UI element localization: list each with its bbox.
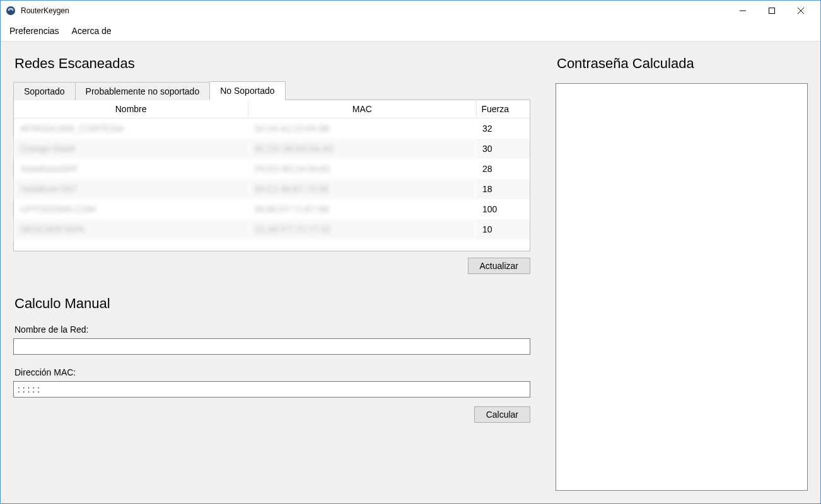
cell-name: NEOCAFETAPA xyxy=(14,219,248,239)
menu-acerca-de[interactable]: Acerca de xyxy=(68,23,115,38)
result-heading: Contraseña Calculada xyxy=(557,55,808,72)
table-row[interactable]: Vodafone733784:C1:46:B7:73:3818 xyxy=(14,179,530,199)
app-icon xyxy=(6,6,16,16)
tabs-row: Soportado Probablemente no soportado No … xyxy=(13,81,530,100)
cell-name: Orange-5AAA xyxy=(14,139,248,159)
networks-table: Nombre MAC Fuerza AFPASA1958_CORTESIA54:… xyxy=(13,100,530,251)
ssid-input[interactable] xyxy=(13,338,530,355)
tab-probablemente[interactable]: Probablemente no soportado xyxy=(76,82,211,100)
cell-strength: 28 xyxy=(476,159,530,179)
window-title: RouterKeygen xyxy=(21,6,69,15)
col-header-nombre[interactable]: Nombre xyxy=(14,100,248,118)
menu-preferencias[interactable]: Preferencias xyxy=(6,23,63,38)
client-area: Redes Escaneadas Soportado Probablemente… xyxy=(1,41,820,503)
cell-mac: 1C:AF:F7:7C:77:32 xyxy=(248,219,476,239)
left-pane: Redes Escaneadas Soportado Probablemente… xyxy=(13,52,530,491)
result-output[interactable] xyxy=(556,83,808,491)
table-row[interactable]: Orange-5AAA5C:DC:96:E0:5A:AC30 xyxy=(14,139,530,159)
ssid-label: Nombre de la Red: xyxy=(15,324,530,335)
cell-strength: 18 xyxy=(476,179,530,199)
app-window: RouterKeygen Preferencias Acerca de Rede… xyxy=(0,0,821,504)
cell-strength: 10 xyxy=(476,219,530,239)
cell-strength: 32 xyxy=(476,118,530,139)
tab-no-soportado[interactable]: No Soportado xyxy=(210,81,285,100)
cell-strength: 30 xyxy=(476,139,530,159)
table-row[interactable]: NEOCAFETAPA1C:AF:F7:7C:77:3210 xyxy=(14,219,530,239)
titlebar: RouterKeygen xyxy=(1,1,820,21)
tab-soportado[interactable]: Soportado xyxy=(13,82,76,100)
cell-mac: 84:C1:46:B7:73:38 xyxy=(248,179,476,199)
maximize-button[interactable] xyxy=(757,1,786,21)
mac-input[interactable] xyxy=(13,381,530,398)
calculate-button[interactable]: Calcular xyxy=(474,406,530,423)
right-pane: Contraseña Calculada xyxy=(556,52,808,491)
refresh-button[interactable]: Actualizar xyxy=(468,258,530,274)
col-header-fuerza[interactable]: Fuerza xyxy=(476,100,530,118)
svg-rect-2 xyxy=(769,8,775,14)
cell-name: Vodafone7337 xyxy=(14,179,248,199)
col-header-mac[interactable]: MAC xyxy=(248,100,476,118)
scanned-heading: Redes Escaneadas xyxy=(15,55,530,72)
cell-mac: 54:2A:A2:10:FA:9B xyxy=(248,118,476,139)
close-button[interactable] xyxy=(786,1,815,21)
cell-mac: 08:96:D7:71:E7:6B xyxy=(248,199,476,219)
cell-name: UPTODOWN.COM xyxy=(14,199,248,219)
cell-mac: F8:ED:80:2A:54:83 xyxy=(248,159,476,179)
table-row[interactable]: AFPASA1958_CORTESIA54:2A:A2:10:FA:9B32 xyxy=(14,118,530,139)
svg-point-0 xyxy=(6,6,15,15)
cell-strength: 100 xyxy=(476,199,530,219)
minimize-button[interactable] xyxy=(728,1,757,21)
table-row[interactable]: Vodafone43FFF8:ED:80:2A:54:8328 xyxy=(14,159,530,179)
table-row[interactable]: UPTODOWN.COM08:96:D7:71:E7:6B100 xyxy=(14,199,530,219)
menubar: Preferencias Acerca de xyxy=(1,21,820,41)
cell-mac: 5C:DC:96:E0:5A:AC xyxy=(248,139,476,159)
mac-label: Dirección MAC: xyxy=(15,367,530,377)
manual-heading: Calculo Manual xyxy=(15,295,530,312)
cell-name: AFPASA1958_CORTESIA xyxy=(14,118,248,139)
cell-name: Vodafone43FF xyxy=(14,159,248,179)
